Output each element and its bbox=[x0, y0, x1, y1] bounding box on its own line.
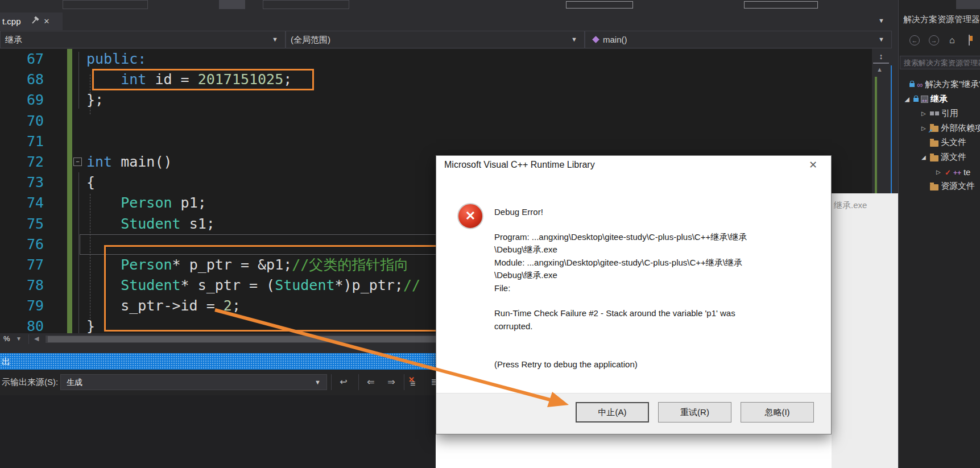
code-token: p1; bbox=[172, 194, 206, 211]
pin-icon[interactable] bbox=[32, 19, 36, 23]
tab-title: t.cpp bbox=[0, 16, 21, 26]
document-list-dropdown-icon[interactable]: ▼ bbox=[878, 17, 884, 24]
split-editor-handle[interactable]: ↕ bbox=[873, 50, 889, 64]
tree-arrow-icon[interactable]: ◢ bbox=[905, 96, 913, 102]
dialog-text-line: Run-Time Check Failure #2 - Stack around… bbox=[494, 307, 801, 320]
output-source-label: 示输出来源(S): bbox=[2, 377, 58, 388]
home-icon[interactable]: ⌂ bbox=[949, 35, 955, 45]
line-number: 70 bbox=[0, 111, 44, 131]
annotation-box-lines77-79 bbox=[104, 245, 449, 332]
tree-item-label: te bbox=[964, 167, 971, 177]
vs-logo-icon bbox=[917, 80, 923, 89]
dialog-button-2[interactable]: 重试(R) bbox=[658, 402, 731, 423]
toolbar-fragment bbox=[566, 1, 633, 9]
lock-icon bbox=[913, 98, 919, 102]
code-text: } bbox=[44, 316, 95, 333]
class-dropdown[interactable]: 继承 ▼ bbox=[0, 31, 286, 48]
code-line[interactable]: 70 bbox=[0, 111, 872, 131]
chevron-down-icon: ▼ bbox=[878, 31, 884, 48]
switch-view-icon[interactable] bbox=[969, 35, 970, 45]
dialog-footer: 中止(A)重试(R)忽略(I) bbox=[436, 393, 831, 434]
folder-icon bbox=[930, 155, 938, 161]
member-dropdown[interactable]: main() ▼ bbox=[585, 31, 892, 48]
dialog-text-line bbox=[494, 333, 801, 345]
line-number: 77 bbox=[0, 255, 44, 275]
wrap-lines-icon[interactable] bbox=[337, 375, 350, 389]
code-token bbox=[86, 194, 121, 211]
tree-item[interactable]: ▷外部依赖项 bbox=[899, 121, 980, 135]
next-message-icon[interactable] bbox=[384, 375, 398, 389]
divider bbox=[28, 334, 29, 344]
tree-arrow-icon[interactable]: ▷ bbox=[936, 169, 945, 175]
code-token: Person bbox=[121, 194, 172, 211]
annotation-box-line68 bbox=[92, 69, 314, 90]
tree-arrow-icon[interactable]: ▷ bbox=[921, 110, 930, 117]
folder-icon bbox=[930, 184, 938, 190]
dialog-text-line: \Debug\继承.exe bbox=[494, 269, 801, 281]
line-number: 75 bbox=[0, 214, 44, 234]
collapse-region-icon[interactable]: − bbox=[73, 158, 82, 166]
toolbar-fragment bbox=[219, 0, 245, 9]
chevron-down-icon: ▼ bbox=[571, 31, 577, 48]
code-text: Student s1; bbox=[44, 214, 215, 234]
solution-explorer-title: 解决方案资源管理器 bbox=[903, 14, 980, 25]
dialog-text-line: File: bbox=[494, 282, 801, 295]
line-number: 73 bbox=[0, 172, 44, 193]
scope-dropdown[interactable]: (全局范围) ▼ bbox=[286, 31, 585, 48]
line-number: 68 bbox=[0, 69, 44, 90]
tree-item[interactable]: 解决方案"继承" bbox=[899, 77, 980, 92]
dialog-title: Microsoft Visual C++ Runtime Library bbox=[444, 160, 595, 170]
dialog-button-3[interactable]: 忽略(I) bbox=[741, 402, 814, 423]
tree-item-label: 头文件 bbox=[941, 137, 966, 148]
line-number: 69 bbox=[0, 90, 44, 110]
code-line[interactable]: 67public: bbox=[0, 49, 872, 69]
tree-item-label: 源文件 bbox=[941, 152, 966, 163]
output-source-dropdown[interactable]: 生成 ▼ bbox=[60, 374, 327, 390]
forward-icon[interactable]: → bbox=[929, 35, 939, 45]
tree-item[interactable]: ▷引用 bbox=[899, 106, 958, 121]
code-token: int bbox=[86, 154, 112, 170]
chevron-down-icon[interactable]: ▼ bbox=[16, 336, 22, 342]
tree-item-label: 资源文件 bbox=[941, 181, 975, 192]
close-icon[interactable]: ✕ bbox=[44, 17, 50, 26]
references-icon bbox=[930, 111, 934, 115]
tree-item[interactable]: 头文件 bbox=[899, 135, 966, 150]
code-token: { bbox=[86, 174, 95, 190]
error-icon: ✕ bbox=[457, 203, 483, 229]
close-icon[interactable]: ✕ bbox=[809, 159, 817, 171]
tree-item[interactable]: ▷te bbox=[899, 165, 970, 179]
tree-item[interactable]: ◢继承 bbox=[899, 92, 948, 106]
clear-all-icon[interactable] bbox=[407, 375, 421, 389]
code-line[interactable]: 69}; bbox=[0, 90, 872, 110]
tree-item[interactable]: ◢源文件 bbox=[899, 150, 966, 164]
search-input[interactable] bbox=[900, 56, 980, 69]
code-token: public: bbox=[86, 51, 146, 67]
code-token: }; bbox=[86, 92, 104, 108]
divider bbox=[358, 374, 359, 390]
tree-item-label: 解决方案"继承" bbox=[925, 79, 980, 90]
method-icon bbox=[592, 36, 599, 43]
tab-tcpp[interactable]: t.cpp ✕ bbox=[0, 13, 63, 30]
prev-message-icon[interactable] bbox=[364, 375, 378, 389]
code-text: Person p1; bbox=[44, 193, 206, 213]
cpp-file-icon bbox=[953, 167, 961, 177]
toolbar-fragment bbox=[956, 0, 980, 9]
tab-strip: t.cpp ✕ ▼ bbox=[0, 11, 892, 30]
tree-item-label: 引用 bbox=[941, 108, 958, 119]
class-dropdown-label: 继承 bbox=[1, 35, 22, 44]
scroll-up-icon[interactable]: ▲ bbox=[876, 66, 883, 73]
tree-item-label: 外部依赖项 bbox=[941, 123, 980, 134]
code-line[interactable]: 71 bbox=[0, 131, 872, 152]
scroll-left-icon[interactable]: ◀ bbox=[34, 335, 39, 342]
tree-arrow-icon[interactable]: ◢ bbox=[921, 154, 930, 160]
output-source-value: 生成 bbox=[61, 378, 82, 387]
line-number: 74 bbox=[0, 193, 44, 213]
back-icon[interactable]: ← bbox=[909, 35, 920, 45]
zoom-dropdown[interactable]: % bbox=[3, 334, 10, 343]
folder-ext-icon bbox=[930, 126, 938, 132]
dialog-text-line: Program: ...angxing\Desktop\gitee-study\… bbox=[494, 231, 801, 243]
dialog-button-1[interactable]: 中止(A) bbox=[576, 402, 649, 423]
console-window-body bbox=[436, 434, 832, 468]
tree-item[interactable]: 资源文件 bbox=[899, 179, 975, 193]
toolbar-fragment bbox=[263, 0, 349, 9]
